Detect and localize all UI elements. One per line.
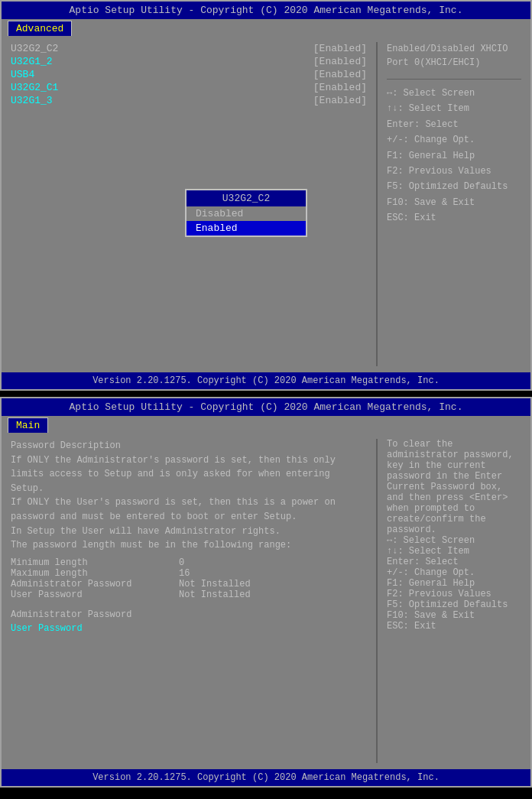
help-line: ESC: Exit xyxy=(387,210,521,226)
menu-item-label: U32G2_C2 xyxy=(11,43,58,54)
pwd-field-label: Administrator Password xyxy=(11,579,179,590)
help-line: F10: Save & Exit xyxy=(387,610,521,621)
screen2-description: To clear the administrator password, key… xyxy=(387,439,521,535)
help-line: ↑↓: Select Item xyxy=(387,546,521,557)
tab-main[interactable]: Main xyxy=(8,417,48,433)
help-line: ESC: Exit xyxy=(387,621,521,632)
menu-item[interactable]: U32G2_C1[Enabled] xyxy=(11,81,367,94)
menu-item-label: USB4 xyxy=(11,69,34,80)
dropdown-popup: U32G2_C2 DisabledEnabled xyxy=(185,189,307,237)
dropdown-option[interactable]: Enabled xyxy=(187,221,306,235)
pwd-link: Administrator Password xyxy=(11,608,367,622)
help-line: ↔: Select Screen xyxy=(387,86,521,101)
screen1-title: Aptio Setup Utility - Copyright (C) 2020… xyxy=(2,2,530,19)
menu-item[interactable]: USB4[Enabled] xyxy=(11,68,367,81)
description-line: Setup. xyxy=(11,482,367,496)
help-line: F5: Optimized Defaults xyxy=(387,179,521,194)
description-line: If ONLY the User's password is set, then… xyxy=(11,495,367,510)
screen2-tabbar: Main xyxy=(2,416,530,433)
help-text: ↔: Select Screen↑↓: Select ItemEnter: Se… xyxy=(387,86,521,226)
screen1-tabbar: Advanced xyxy=(2,19,530,36)
description-line: If ONLY the Administrator's password is … xyxy=(11,453,367,468)
help-line: F2: Previous Values xyxy=(387,589,521,599)
help-line: F10: Save & Exit xyxy=(387,195,521,210)
pwd-links: Administrator PasswordUser Password xyxy=(11,608,367,635)
description-line: In Setup the User will have Administrato… xyxy=(11,525,367,539)
screen1-right: Enabled/Disabled XHCIO Port 0(XHCI/EHCI)… xyxy=(378,36,530,372)
help-line: ↔: Select Screen xyxy=(387,535,521,546)
tab-advanced[interactable]: Advanced xyxy=(8,21,72,36)
help-line: ↑↓: Select Item xyxy=(387,101,521,116)
menu-item-value: [Enabled] xyxy=(313,82,367,93)
pwd-field-row: User PasswordNot Installed xyxy=(11,590,367,600)
description-line: limits access to Setup and is only asked… xyxy=(11,467,367,482)
menu-item[interactable]: U32G1_3[Enabled] xyxy=(11,94,367,107)
help-divider xyxy=(387,79,521,80)
help-line: Enter: Select xyxy=(387,117,521,132)
pwd-link[interactable]: User Password xyxy=(11,622,367,635)
screen2-footer: Version 2.20.1275. Copyright (C) 2020 Am… xyxy=(2,769,530,786)
menu-item-value: [Enabled] xyxy=(313,69,367,80)
screen1-main: U32G2_C2[Enabled]U32G1_2[Enabled]USB4[En… xyxy=(2,36,530,372)
screen2: Aptio Setup Utility - Copyright (C) 2020… xyxy=(0,397,532,788)
menu-item-value: [Enabled] xyxy=(313,56,367,67)
menu-item-label: U32G2_C1 xyxy=(11,82,58,93)
menu-item-label: U32G1_3 xyxy=(11,95,53,106)
screen2-left: Password DescriptionIf ONLY the Administ… xyxy=(2,433,376,769)
menu-item[interactable]: U32G1_2[Enabled] xyxy=(11,55,367,68)
pwd-field-value: 16 xyxy=(179,568,190,579)
pwd-field-value: Not Installed xyxy=(179,590,251,600)
help-text2: ↔: Select Screen↑↓: Select ItemEnter: Se… xyxy=(387,535,521,632)
help-line: F2: Previous Values xyxy=(387,164,521,179)
screen1-footer: Version 2.20.1275. Copyright (C) 2020 Am… xyxy=(2,372,530,389)
dropdown-options: DisabledEnabled xyxy=(187,206,306,235)
screen1-left: U32G2_C2[Enabled]U32G1_2[Enabled]USB4[En… xyxy=(2,36,376,372)
help-line: +/-: Change Opt. xyxy=(387,567,521,578)
pwd-field-label: Maximum length xyxy=(11,568,179,579)
description-line: The password length must be in the follo… xyxy=(11,538,367,553)
menu-item-value: [Enabled] xyxy=(313,95,367,106)
help-line: +/-: Change Opt. xyxy=(387,132,521,148)
menu-list: U32G2_C2[Enabled]U32G1_2[Enabled]USB4[En… xyxy=(11,42,367,107)
description-line: Password Description xyxy=(11,439,367,453)
pwd-field-label: Minimum length xyxy=(11,557,179,568)
dropdown-option[interactable]: Disabled xyxy=(187,206,306,221)
pwd-field-label: User Password xyxy=(11,590,179,600)
menu-item[interactable]: U32G2_C2[Enabled] xyxy=(11,42,367,55)
screen2-right: To clear the administrator password, key… xyxy=(378,433,530,769)
dropdown-title: U32G2_C2 xyxy=(187,190,306,206)
pwd-field-value: 0 xyxy=(179,557,184,568)
menu-item-label: U32G1_2 xyxy=(11,56,53,67)
pwd-field-row: Minimum length0 xyxy=(11,557,367,568)
pwd-fields: Minimum length0Maximum length16Administr… xyxy=(11,557,367,600)
help-line: F5: Optimized Defaults xyxy=(387,599,521,610)
menu-item-value: [Enabled] xyxy=(313,43,367,54)
help-line: F1: General Help xyxy=(387,148,521,164)
description-line: password and must be entered to boot or … xyxy=(11,510,367,525)
help-line: F1: General Help xyxy=(387,578,521,589)
screen1: Aptio Setup Utility - Copyright (C) 2020… xyxy=(0,0,532,391)
screen2-main: Password DescriptionIf ONLY the Administ… xyxy=(2,433,530,769)
screen2-title: Aptio Setup Utility - Copyright (C) 2020… xyxy=(2,398,530,416)
pwd-field-row: Maximum length16 xyxy=(11,568,367,579)
pwd-field-value: Not Installed xyxy=(179,579,251,590)
screen1-description: Enabled/Disabled XHCIO Port 0(XHCI/EHCI) xyxy=(387,42,521,70)
password-description: Password DescriptionIf ONLY the Administ… xyxy=(11,439,367,553)
pwd-field-row: Administrator PasswordNot Installed xyxy=(11,579,367,590)
help-line: Enter: Select xyxy=(387,557,521,567)
